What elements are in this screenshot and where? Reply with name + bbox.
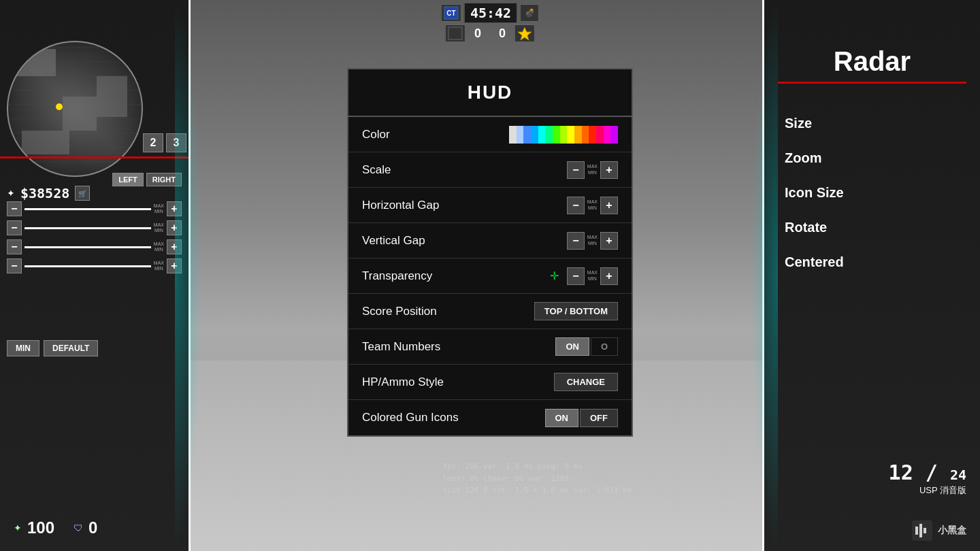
debug-text: fps: 256 var: 1.0 ms ping: 0 ms loss: 0%… xyxy=(442,461,632,497)
slider-row-1: − MAXMIN + xyxy=(7,201,182,216)
hgap-plus[interactable]: + xyxy=(600,197,618,214)
hud-panel-title: HUD xyxy=(348,69,632,117)
color-seg-15 xyxy=(610,126,618,144)
debug-line-2: loss: 0% choke: 0% var: 1289 xyxy=(442,473,632,485)
slider-1-line[interactable] xyxy=(24,208,151,210)
color-seg-12 xyxy=(589,126,596,144)
slider-2-maxmin: MAXMIN xyxy=(154,222,164,233)
hud-scorepos-label: Score Position xyxy=(362,305,534,318)
svg-text:CT: CT xyxy=(446,10,455,17)
hud-coloredguns-label: Colored Gun Icons xyxy=(362,411,545,424)
panel-number-3[interactable]: 3 xyxy=(166,133,186,152)
minimap-building xyxy=(63,97,97,131)
slider-4-plus[interactable]: + xyxy=(167,258,182,273)
health-icon: ✦ xyxy=(14,522,22,533)
hud-row-transparency: Transparency ✛ − MAXMIN + xyxy=(348,258,632,294)
hgap-minus[interactable]: − xyxy=(567,197,585,214)
slider-3-maxmin: MAXMIN xyxy=(154,241,164,252)
score-left: 0 xyxy=(471,27,485,41)
color-seg-5 xyxy=(538,126,546,144)
top-hud: CT 45:42 💣 0 0 xyxy=(441,0,539,42)
slider-2-minus[interactable]: − xyxy=(7,220,22,235)
scale-plus[interactable]: + xyxy=(600,161,618,179)
weapon-name: USP 消音版 xyxy=(889,484,966,497)
scale-minus[interactable]: − xyxy=(567,161,585,179)
team-icon-2 xyxy=(445,24,466,42)
color-seg-11 xyxy=(582,126,589,144)
slider-rows: − MAXMIN + − MAXMIN + − MAXMIN + − MAXMI… xyxy=(7,201,182,273)
slider-3-line[interactable] xyxy=(24,246,151,248)
hpammo-change-button[interactable]: CHANGE xyxy=(554,373,618,391)
hud-settings-panel: HUD Color xyxy=(347,68,633,437)
hud-title-text: HUD xyxy=(468,82,513,103)
ammo-display: 12 / 24 xyxy=(889,461,966,484)
slider-4-maxmin: MAXMIN xyxy=(154,261,164,271)
debug-line-1: fps: 256 var: 1.0 ms ping: 0 ms xyxy=(442,461,632,473)
left-button[interactable]: LEFT xyxy=(112,173,144,186)
buy-menu-icon[interactable]: 🛒 xyxy=(75,186,90,201)
radar-option-centered[interactable]: Centered xyxy=(785,254,844,270)
colored-guns-off[interactable]: OFF xyxy=(580,409,618,427)
color-seg-9 xyxy=(567,126,574,144)
radar-option-icon-size[interactable]: Icon Size xyxy=(785,185,844,201)
vgap-minus[interactable]: − xyxy=(567,232,585,250)
hud-hpammo-control: CHANGE xyxy=(554,373,618,391)
vgap-maxmin: MAXMIN xyxy=(587,235,598,246)
color-bar[interactable] xyxy=(509,126,618,144)
color-seg-4 xyxy=(531,126,538,144)
hud-color-label: Color xyxy=(362,128,509,141)
color-seg-10 xyxy=(574,126,582,144)
slider-row-3: − MAXMIN + xyxy=(7,239,182,254)
hgap-maxmin: MAXMIN xyxy=(587,199,598,211)
right-panel: Radar Size Zoom Icon Size Rotate Centere… xyxy=(762,0,980,551)
game-timer: 45:42 xyxy=(464,3,517,23)
slider-1-plus[interactable]: + xyxy=(167,201,182,216)
minimap-building xyxy=(22,131,69,154)
armor-icon: 🛡 xyxy=(74,522,83,533)
minimap-building xyxy=(15,49,56,76)
score-position-button[interactable]: TOP / BOTTOM xyxy=(534,302,618,320)
hud-color-control[interactable] xyxy=(509,126,618,144)
weapon-display: 12 / 24 USP 消音版 xyxy=(889,461,966,497)
slider-3-minus[interactable]: − xyxy=(7,239,22,254)
money-icon: ✦ xyxy=(7,188,15,199)
slider-2-plus[interactable]: + xyxy=(167,220,182,235)
score-values: 0 0 xyxy=(445,24,535,42)
slider-2-line[interactable] xyxy=(24,227,151,229)
team-numbers-on[interactable]: ON xyxy=(555,337,589,356)
transparency-plus[interactable]: + xyxy=(600,267,618,285)
color-seg-7 xyxy=(553,126,560,144)
left-panel-red-line xyxy=(0,156,189,158)
money-display: ✦ $38528 🛒 xyxy=(7,185,90,201)
hud-scale-control: − MAXMIN + xyxy=(567,161,618,179)
score-row-top: CT 45:42 💣 xyxy=(441,3,539,23)
team-numbers-off[interactable]: O xyxy=(591,337,618,356)
watermark-text: 小黑盒 xyxy=(938,524,966,537)
transparency-minus[interactable]: − xyxy=(567,267,585,285)
debug-line-3: tick:128.0 svt: 1.5 + 1.6 ms var: 1.031 … xyxy=(442,484,632,497)
radar-option-rotate[interactable]: Rotate xyxy=(785,220,844,235)
hud-hgap-control: − MAXMIN + xyxy=(567,197,618,214)
player-dot xyxy=(56,103,63,110)
vgap-plus[interactable]: + xyxy=(600,232,618,250)
slider-4-line[interactable] xyxy=(24,265,151,267)
right-button[interactable]: RIGHT xyxy=(146,173,182,186)
color-seg-13 xyxy=(596,126,604,144)
slider-1-minus[interactable]: − xyxy=(7,201,22,216)
slider-4-minus[interactable]: − xyxy=(7,258,22,273)
hud-panel-body: Color xyxy=(348,117,632,435)
radar-title: Radar xyxy=(764,46,980,77)
money-value: $38528 xyxy=(20,185,69,201)
radar-option-zoom[interactable]: Zoom xyxy=(785,150,844,166)
radar-options: Size Zoom Icon Size Rotate Centered xyxy=(785,116,844,270)
radar-option-size[interactable]: Size xyxy=(785,116,844,131)
min-button[interactable]: MIN xyxy=(7,340,39,356)
slider-3-plus[interactable]: + xyxy=(167,239,182,254)
team-numbers-toggle: ON O xyxy=(555,337,618,356)
default-button[interactable]: DEFAULT xyxy=(44,340,98,356)
colored-guns-on[interactable]: ON xyxy=(545,409,579,427)
panel-number-2[interactable]: 2 xyxy=(143,133,163,152)
colored-guns-toggle: ON OFF xyxy=(545,409,619,427)
hud-transparency-label: Transparency xyxy=(362,269,550,283)
color-seg-2 xyxy=(517,126,524,144)
